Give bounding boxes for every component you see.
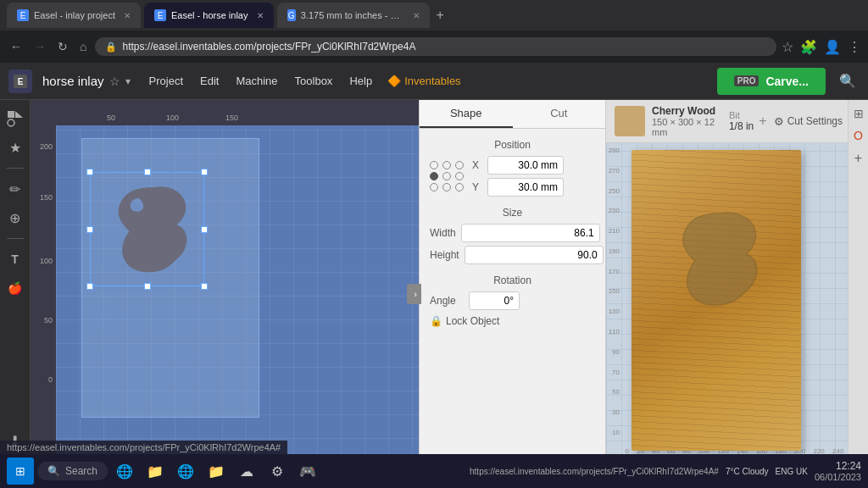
circle-tool-icon[interactable]: ⊕ [3,206,27,230]
radio-bm[interactable] [442,183,451,191]
start-button[interactable]: ⊞ [7,458,34,485]
star-icon[interactable]: ☆ [109,75,120,88]
tab-3[interactable]: G 3.175 mm to inches - Google Se... ✕ [277,3,430,28]
forward-button[interactable]: → [31,36,49,57]
radio-mr[interactable] [455,172,464,180]
menu-help[interactable]: Help [348,71,374,91]
ruler-v-0: 200 [40,142,53,151]
taskbar-explorer-icon[interactable]: 📁 [142,458,169,485]
menu-toolbox[interactable]: Toolbox [293,71,335,91]
tab3-favicon: G [287,9,296,21]
address-bar[interactable]: 🔒 https://easel.inventables.com/projects… [95,37,776,56]
tab2-close[interactable]: ✕ [257,11,264,20]
design-canvas[interactable] [56,125,419,463]
taskbar-browser-icon[interactable]: 🌐 [111,458,138,485]
tab-cut[interactable]: Cut [513,100,606,128]
menu-edit[interactable]: Edit [198,71,220,91]
bookmark-icon[interactable]: ☆ [782,39,793,55]
app-search-icon[interactable]: 🔍 [836,69,860,92]
address-url: https://easel.inventables.com/projects/F… [122,41,415,53]
bit-value: 1/8 in [729,120,754,132]
text-tool-icon[interactable]: T [3,247,27,271]
radio-tl[interactable] [430,161,438,169]
taskbar-cloud-icon[interactable]: ☁ [233,458,260,485]
radio-mm[interactable] [442,172,451,180]
menu-project[interactable]: Project [147,71,185,91]
home-button[interactable]: ⌂ [76,36,90,57]
radio-tm[interactable] [442,161,451,169]
radio-tr[interactable] [455,161,464,169]
width-input[interactable] [461,224,600,242]
material-swatch[interactable] [615,106,645,136]
taskbar-search-box[interactable]: 🔍 Search [37,462,108,480]
tab3-close[interactable]: ✕ [413,11,420,20]
taskbar-settings-icon[interactable]: ⚙ [264,458,291,485]
star-tool-icon[interactable]: ★ [3,136,27,159]
radio-bl[interactable] [430,183,438,191]
more-options-icon[interactable]: ⋮ [848,39,861,55]
chevron-icon[interactable]: ▾ [125,75,131,87]
ms-icon[interactable]: ⊞ [854,107,864,120]
lock-object-row[interactable]: 🔒 Lock Object [430,315,595,327]
carve-button[interactable]: PRO Carve... [717,68,826,95]
menu-machine[interactable]: Machine [234,71,279,91]
radio-ml[interactable] [430,172,438,180]
material-dims: 150 × 300 × 12 mm [652,117,722,137]
selection-group[interactable] [90,172,204,286]
apple-icon[interactable]: 🍎 [3,276,27,300]
taskbar-files-icon[interactable]: 📁 [203,458,230,485]
taskbar-edge-icon[interactable]: 🌐 [172,458,199,485]
handle-tm[interactable] [144,169,151,175]
handle-tl[interactable] [86,169,93,175]
taskbar-game-icon[interactable]: 🎮 [294,458,321,485]
pen-tool-icon[interactable]: ✏ [3,177,27,201]
extensions-icon[interactable]: 🧩 [800,39,817,55]
cut-settings-button[interactable]: ⚙ Cut Settings [774,115,843,128]
tab1-close[interactable]: ✕ [124,11,131,20]
width-label: Width [430,227,456,239]
project-name: horse inlay [42,74,104,88]
svg-marker-3 [15,111,23,118]
panel-content: Position [420,129,605,461]
plus-right-icon[interactable]: + [854,151,862,166]
new-tab-button[interactable]: + [437,8,444,23]
taskbar: ⊞ 🔍 Search 🌐 📁 🌐 📁 ☁ ⚙ 🎮 https://easel.i… [0,454,868,488]
main-area: ★ ✏ ⊕ T 🍎 Apps ⬇ ⬡ 50 100 150 200 150 10… [0,100,868,488]
ms-office-icon[interactable]: O [854,129,863,142]
x-input[interactable] [487,156,564,175]
inventables-badge[interactable]: 🔶 Inventables [387,75,461,87]
ruler-h-2: 150 [225,114,238,122]
handle-ml[interactable] [86,226,93,233]
panel-chevron-left[interactable]: › [409,284,421,304]
position-x-row: X [472,156,564,175]
tab-shape[interactable]: Shape [420,100,513,128]
horse-carve-shape [657,201,776,345]
horse-shape [94,176,204,286]
ruler-v-3: 50 [44,316,53,324]
pro-badge: PRO [734,75,760,86]
handle-bl[interactable] [86,283,93,290]
add-bit-icon[interactable]: + [759,114,766,129]
tab3-label: 3.175 mm to inches - Google Se... [301,10,404,20]
profile-icon[interactable]: 👤 [824,39,841,55]
y-input[interactable] [487,178,564,197]
position-radio-grid [430,161,465,191]
material-info: Cherry Wood 150 × 300 × 12 mm [652,105,722,137]
angle-input[interactable] [469,291,520,310]
app-bar: E horse inlay ☆ ▾ Project Edit Machine T… [0,63,868,100]
height-input[interactable] [465,246,604,264]
ruler-corner [31,100,56,125]
rotation-title: Rotation [430,274,595,286]
radio-br[interactable] [455,183,464,191]
shapes-tool-icon[interactable] [3,107,27,130]
ruler-top: 50 100 150 [56,100,419,125]
tab-2[interactable]: E Easel - horse inlay ✕ [144,3,274,28]
position-controls: X Y [430,156,595,197]
height-label: Height [430,249,459,261]
back-button[interactable]: ← [7,36,25,57]
handle-tr[interactable] [201,169,208,175]
canvas-area[interactable]: 50 100 150 200 150 100 50 0 [31,100,419,488]
tab-1[interactable]: E Easel - inlay project ✕ [7,3,141,28]
reload-button[interactable]: ↻ [54,36,71,57]
panel-tabs: Shape Cut [420,100,605,129]
